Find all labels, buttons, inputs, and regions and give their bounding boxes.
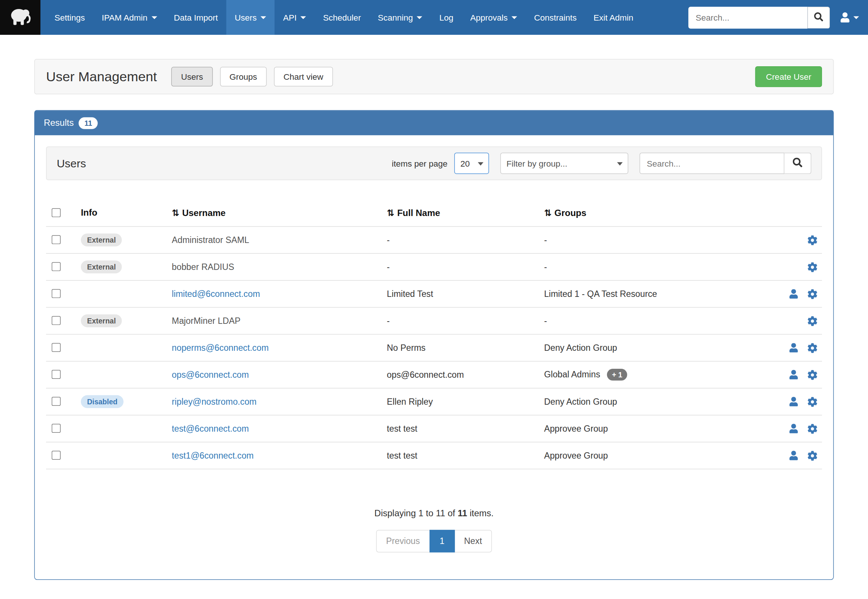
navbar-search [688, 6, 830, 28]
username-link[interactable]: ripley@nostromo.com [172, 396, 256, 406]
impersonate-user-icon[interactable] [789, 370, 798, 379]
nav-item-users[interactable]: Users [226, 0, 274, 35]
row-checkbox[interactable] [52, 316, 61, 325]
nav-item-label: Scheduler [323, 13, 361, 22]
row-checkbox[interactable] [52, 424, 61, 433]
username-link: bobber RADIUS [172, 262, 234, 271]
table-search-input[interactable] [640, 153, 785, 174]
nav-item-label: Approvals [470, 13, 508, 22]
nav-item-api[interactable]: API [274, 0, 315, 35]
settings-gear-icon[interactable] [807, 316, 817, 326]
nav-item-approvals[interactable]: Approvals [462, 0, 525, 35]
table-row: External bobber RADIUS - - [46, 254, 822, 281]
filter-by-group-select[interactable]: Filter by group... [500, 153, 628, 174]
row-checkbox[interactable] [52, 289, 61, 298]
column-header-username[interactable]: ⇅Username [172, 208, 387, 218]
table-body: External Administrator SAML - - External… [46, 227, 822, 470]
nav-item-scheduler[interactable]: Scheduler [315, 0, 369, 35]
caret-down-icon [151, 16, 157, 19]
impersonate-user-icon[interactable] [789, 451, 798, 460]
search-icon [814, 12, 823, 23]
groups-cell: Approvee Group [544, 423, 777, 433]
impersonate-user-icon[interactable] [789, 424, 798, 433]
settings-gear-icon[interactable] [807, 289, 817, 299]
nav-item-label: Exit Admin [594, 13, 633, 22]
full-name-cell: No Perms [387, 343, 544, 353]
row-checkbox[interactable] [52, 235, 61, 244]
tab-chart-view[interactable]: Chart view [274, 67, 333, 86]
groups-cell: Deny Action Group [544, 343, 777, 353]
groups-text: - [544, 316, 547, 325]
nav-item-log[interactable]: Log [431, 0, 462, 35]
pagination-next[interactable]: Next [454, 530, 492, 552]
username-link[interactable]: ops@6connect.com [172, 370, 249, 379]
groups-text: - [544, 262, 547, 271]
display-info: Displaying 1 to 11 of 11 items. [46, 509, 822, 519]
account-menu[interactable] [840, 12, 859, 23]
settings-gear-icon[interactable] [807, 262, 817, 272]
nav-item-constraints[interactable]: Constraints [526, 0, 585, 35]
groups-text: Limited 1 - QA Test Resource [544, 289, 657, 298]
impersonate-user-icon[interactable] [789, 343, 798, 352]
tab-groups[interactable]: Groups [220, 67, 267, 86]
settings-gear-icon[interactable] [807, 235, 817, 245]
groups-text: Global Admins [544, 370, 600, 379]
impersonate-user-icon[interactable] [789, 289, 798, 298]
create-user-button[interactable]: Create User [755, 66, 822, 87]
status-badge: External [81, 260, 122, 273]
column-header-groups[interactable]: ⇅Groups [544, 208, 777, 218]
app-logo[interactable] [0, 0, 41, 35]
column-header-full-name[interactable]: ⇅Full Name [387, 208, 544, 218]
row-checkbox[interactable] [52, 451, 61, 460]
nav-item-label: Data Import [174, 13, 218, 22]
select-all-checkbox[interactable] [52, 208, 61, 217]
settings-gear-icon[interactable] [807, 423, 817, 433]
row-checkbox[interactable] [52, 397, 61, 406]
user-icon [840, 12, 850, 23]
sort-icon: ⇅ [387, 208, 394, 218]
caret-down-icon [301, 16, 306, 19]
row-checkbox[interactable] [52, 343, 61, 352]
mammoth-logo-icon [6, 2, 35, 33]
groups-cell: Approvee Group [544, 450, 777, 461]
table-row: ops@6connect.com ops@6connect.com Global… [46, 362, 822, 388]
status-badge: External [81, 233, 122, 246]
results-panel: Results 11 Users items per page 20 [34, 110, 833, 580]
settings-gear-icon[interactable] [807, 343, 817, 353]
sort-icon: ⇅ [172, 208, 179, 218]
nav-item-data-import[interactable]: Data Import [166, 0, 226, 35]
table-row: test@6connect.com test test Approvee Gro… [46, 415, 822, 442]
page: Settings IPAM Admin Data Import Users AP… [0, 0, 868, 599]
nav-item-ipam-admin[interactable]: IPAM Admin [93, 0, 166, 35]
username-link[interactable]: test1@6connect.com [172, 450, 254, 460]
username-link[interactable]: noperms@6connect.com [172, 343, 269, 352]
settings-gear-icon[interactable] [807, 370, 817, 379]
impersonate-user-icon[interactable] [789, 397, 798, 406]
page-header-panel: User Management Users Groups Chart view … [34, 59, 833, 94]
items-per-page-select[interactable]: 20 [454, 153, 489, 174]
table-row: noperms@6connect.com No Perms Deny Actio… [46, 335, 822, 362]
row-checkbox[interactable] [52, 370, 61, 379]
pagination-page-1[interactable]: 1 [429, 530, 455, 552]
row-checkbox[interactable] [52, 262, 61, 271]
navbar-search-input[interactable] [688, 6, 807, 28]
settings-gear-icon[interactable] [807, 450, 817, 461]
nav-item-settings[interactable]: Settings [46, 0, 93, 35]
username-link: MajorMiner LDAP [172, 316, 240, 325]
nav-item-exit-admin[interactable]: Exit Admin [585, 0, 642, 35]
username-link[interactable]: limited@6connect.com [172, 289, 260, 298]
table-search [640, 153, 811, 174]
nav-item-label: Constraints [534, 13, 577, 22]
full-name-cell: - [387, 316, 544, 326]
pagination-previous[interactable]: Previous [376, 530, 430, 552]
navbar-search-button[interactable] [807, 6, 830, 28]
nav-item-scanning[interactable]: Scanning [369, 0, 431, 35]
groups-text: - [544, 235, 547, 244]
full-name-cell: ops@6connect.com [387, 370, 544, 379]
username-link[interactable]: test@6connect.com [172, 423, 249, 433]
table-search-button[interactable] [785, 153, 811, 174]
settings-gear-icon[interactable] [807, 396, 817, 406]
page-title: User Management [46, 69, 157, 84]
tab-users[interactable]: Users [172, 67, 213, 86]
items-per-page-label: items per page [392, 159, 448, 168]
